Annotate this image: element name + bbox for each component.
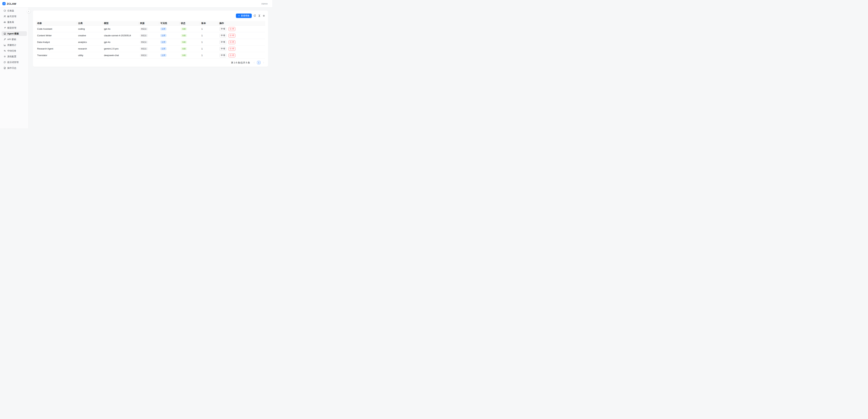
column-header-1: 分类	[77, 21, 103, 26]
cell-model: gpt-4o	[103, 26, 139, 32]
cell-name: Data Analyst	[36, 39, 77, 46]
cell-source: 自定义	[139, 32, 159, 39]
plug-icon	[3, 27, 6, 29]
gauge-icon	[3, 9, 6, 12]
column-header-7: 操作	[218, 21, 265, 26]
cell-version: 1	[200, 39, 218, 46]
sidebar-item-label: 中转任务	[7, 49, 16, 53]
column-header-5: 状态	[180, 21, 200, 26]
sidebar-item-label: Agent 模板	[7, 32, 19, 35]
cell-model: gemini-2.5-pro	[103, 46, 139, 52]
logo-letter: Z	[3, 3, 5, 5]
sidebar-item-operation-logs[interactable]: 操作日志	[2, 66, 27, 70]
status-tag: 活跃	[181, 47, 187, 50]
brand: Z ZCLAW	[2, 2, 16, 5]
cell-actions: 详 情 归 档	[218, 39, 265, 46]
detail-button[interactable]: 详 情	[219, 47, 226, 51]
chevron-left-icon	[253, 62, 255, 64]
cell-name: Translator	[36, 52, 77, 59]
cell-category: utility	[77, 52, 103, 59]
swap-icon	[3, 50, 6, 52]
cell-version: 1	[200, 32, 218, 39]
sidebar-item-accounts[interactable]: 账号管理	[2, 14, 27, 19]
cell-name: Code Assistant	[36, 26, 77, 32]
column-header-2: 模型	[103, 21, 139, 26]
detail-button[interactable]: 详 情	[219, 40, 226, 44]
app-header: Z ZCLAW Admin	[0, 0, 272, 7]
sidebar-item-system-config[interactable]: 系统配置	[2, 54, 27, 59]
sidebar: 仪表盘账号管理服务商模型管理Agent 模板API 密钥用量统计中转任务系统配置…	[0, 7, 29, 128]
sidebar-item-api-keys[interactable]: API 密钥	[2, 37, 27, 42]
column-header-6: 版本	[200, 21, 218, 26]
chevron-right-icon	[262, 62, 265, 64]
detail-button[interactable]: 详 情	[219, 27, 226, 31]
cell-version: 1	[200, 26, 218, 32]
file-icon	[3, 67, 6, 69]
refresh-button[interactable]	[253, 14, 256, 17]
archive-button[interactable]: 归 档	[228, 40, 236, 44]
chevron-left-icon	[28, 10, 30, 12]
sidebar-item-label: 模型管理	[7, 26, 16, 30]
status-tag: 活跃	[181, 54, 187, 57]
column-header-0: 名称	[36, 21, 77, 26]
brand-name: ZCLAW	[7, 2, 16, 5]
user-menu[interactable]: Admin	[261, 2, 268, 5]
sidebar-item-models[interactable]: 模型管理	[2, 26, 27, 30]
visibility-tag: 公开	[160, 34, 166, 37]
users-icon	[3, 15, 6, 18]
status-tag: 活跃	[181, 34, 187, 37]
new-template-button[interactable]: 新建模板	[236, 13, 252, 18]
key-icon	[3, 38, 6, 41]
table-settings-button[interactable]	[262, 14, 265, 17]
archive-button[interactable]: 归 档	[228, 34, 236, 37]
sidebar-item-dashboard[interactable]: 仪表盘	[2, 8, 27, 13]
source-tag: 自定义	[140, 47, 148, 50]
cell-visibility: 公开	[159, 32, 180, 39]
sidebar-item-agent-templates[interactable]: Agent 模板	[2, 31, 27, 36]
cell-source: 自定义	[139, 26, 159, 32]
cell-status: 活跃	[180, 26, 200, 32]
cell-visibility: 公开	[159, 26, 180, 32]
source-tag: 自定义	[140, 54, 148, 57]
cell-version: 1	[200, 52, 218, 59]
archive-button[interactable]: 归 档	[228, 47, 236, 51]
cell-source: 自定义	[139, 52, 159, 59]
cell-visibility: 公开	[159, 46, 180, 52]
cell-category: analytics	[77, 39, 103, 46]
table-header-row: 名称分类模型来源可见性状态版本操作	[36, 21, 265, 26]
cloud-icon	[3, 21, 6, 24]
sidebar-item-label: API 密钥	[7, 38, 16, 41]
sidebar-item-relay-tasks[interactable]: 中转任务	[2, 49, 27, 53]
sidebar-item-usage-stats[interactable]: 用量统计	[2, 43, 27, 48]
new-template-label: 新建模板	[241, 14, 250, 17]
detail-button[interactable]: 详 情	[219, 34, 226, 37]
gear-icon	[262, 14, 265, 17]
archive-button[interactable]: 归 档	[228, 54, 236, 57]
content-card: 新建模板 名称分类模型来源可见性状态版本操作 Code Assistant co…	[33, 10, 268, 67]
row-height-button[interactable]	[258, 14, 261, 17]
sidebar-item-prompt-management[interactable]: 提示词管理	[2, 60, 27, 65]
table-row: Research Agent research gemini-2.5-pro 自…	[36, 46, 265, 52]
sidebar-collapse-button[interactable]	[27, 10, 30, 13]
table-row: Code Assistant coding gpt-4o 自定义 公开 活跃 1…	[36, 26, 265, 32]
visibility-tag: 公开	[160, 47, 166, 50]
cell-category: creative	[77, 32, 103, 39]
archive-button[interactable]: 归 档	[228, 27, 236, 31]
pagination-page-1[interactable]: 1	[257, 61, 260, 64]
cell-version: 1	[200, 46, 218, 52]
table-row: Data Analyst analytics gpt-4o 自定义 公开 活跃 …	[36, 39, 265, 46]
pagination-next-button[interactable]	[262, 61, 265, 64]
detail-button[interactable]: 详 情	[219, 54, 226, 57]
column-header-4: 可见性	[159, 21, 180, 26]
refresh-icon	[253, 14, 256, 17]
pagination-prev-button[interactable]	[252, 61, 256, 64]
source-tag: 自定义	[140, 34, 148, 37]
sidebar-item-providers[interactable]: 服务商	[2, 20, 27, 25]
source-tag: 自定义	[140, 27, 148, 30]
sidebar-item-label: 仪表盘	[7, 9, 14, 12]
column-header-3: 来源	[139, 21, 159, 26]
bar-chart-icon	[3, 44, 6, 47]
cell-status: 活跃	[180, 32, 200, 39]
status-tag: 活跃	[181, 27, 187, 30]
cell-status: 活跃	[180, 52, 200, 59]
